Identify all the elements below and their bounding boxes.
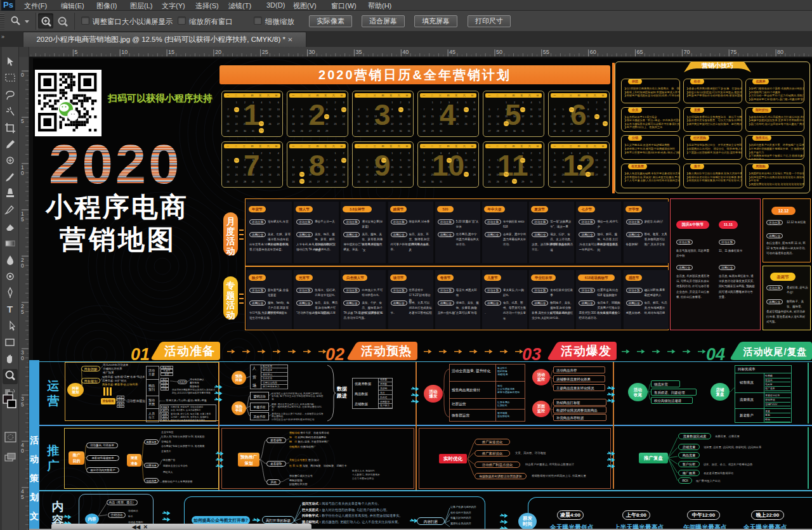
svg-text:0: 0	[21, 262, 24, 269]
svg-text:25: 25	[262, 49, 268, 55]
svg-text:65: 65	[637, 49, 643, 55]
svg-text:活动预热: 活动预热	[360, 344, 412, 358]
svg-text:5: 5	[21, 401, 24, 408]
svg-text:0: 0	[21, 448, 24, 454]
svg-text:活动准备: 活动准备	[164, 344, 215, 358]
svg-text:60: 60	[590, 49, 596, 55]
svg-text:70: 70	[683, 49, 690, 55]
svg-text:45: 45	[449, 49, 455, 55]
svg-text:30: 30	[309, 49, 315, 55]
svg-text:0: 0	[21, 355, 24, 361]
svg-text:活动收尾/复盘: 活动收尾/复盘	[742, 346, 807, 357]
svg-text:50: 50	[496, 49, 502, 55]
svg-text:0: 0	[21, 72, 24, 78]
svg-text:5: 5	[21, 118, 24, 124]
svg-text:20: 20	[215, 49, 221, 55]
svg-text:0: 0	[21, 170, 24, 176]
svg-text:10: 10	[121, 49, 128, 55]
svg-text:营销小技巧: 营销小技巧	[701, 62, 733, 69]
svg-text:55: 55	[543, 49, 549, 55]
svg-text:5: 5	[21, 216, 24, 223]
svg-text:35: 35	[355, 49, 362, 55]
svg-text:5: 5	[21, 309, 24, 315]
svg-text:15: 15	[168, 49, 174, 55]
svg-text:5: 5	[21, 494, 24, 500]
svg-text:活动爆发: 活动爆发	[560, 344, 612, 358]
svg-text:80: 80	[777, 49, 783, 55]
svg-text:5: 5	[74, 49, 77, 55]
svg-text:T: T	[7, 304, 13, 314]
svg-text:40: 40	[402, 49, 409, 55]
svg-text:75: 75	[730, 49, 737, 55]
